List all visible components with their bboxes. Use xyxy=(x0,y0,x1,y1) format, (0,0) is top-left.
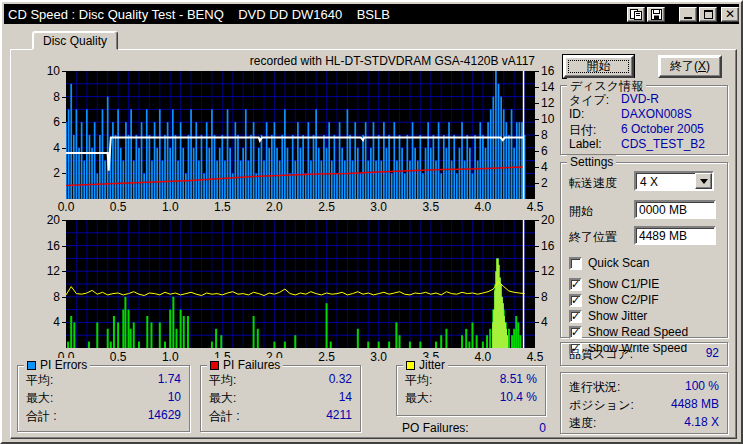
disc-info-label: Label: xyxy=(569,137,621,151)
window-title: CD Speed : Disc Quality Test - BENQ DVD … xyxy=(8,7,390,22)
tab-disc-quality[interactable]: Disc Quality xyxy=(32,31,118,50)
disc-info-row: Label:CDS_TEST_B2 xyxy=(569,137,705,151)
progress-row: 速度:4.18 X xyxy=(569,415,719,432)
checkbox-label: Show Read Speed xyxy=(588,325,688,339)
checkbox-show-read-speed[interactable]: ✓Show Read Speed xyxy=(569,324,721,340)
y-axis-tick xyxy=(62,322,66,323)
stat-value: 0.32 xyxy=(329,372,352,389)
save-button[interactable] xyxy=(647,7,665,22)
end-position-field[interactable]: 4489 MB xyxy=(634,226,716,245)
tab-page: recorded with HL-DT-STDVDRAM GSA-4120B v… xyxy=(10,49,737,439)
stats-group-title-text: Jitter xyxy=(419,358,445,372)
y-axis-left-label: 4 xyxy=(26,315,60,329)
y-axis-tick xyxy=(62,173,66,174)
y-axis-tick xyxy=(535,135,539,136)
x-axis-label: 2.0 xyxy=(259,200,289,214)
y-axis-tick xyxy=(535,220,539,221)
y-axis-tick xyxy=(62,122,66,123)
x-axis-label: 4.5 xyxy=(520,350,550,364)
checkbox-quick-scan[interactable]: Quick Scan xyxy=(569,255,721,271)
stat-row: 合計 :4211 xyxy=(209,408,352,425)
progress-box: 進行状況:100 %ポジション:4488 MB速度:4.18 X xyxy=(560,372,728,434)
x-axis-label: 0.5 xyxy=(103,350,133,364)
maximize-icon xyxy=(704,10,713,19)
y-axis-tick xyxy=(535,183,539,184)
stat-row: 最大:10 xyxy=(26,390,181,407)
y-axis-left-label: 4 xyxy=(26,141,60,155)
settings-group: Settings 転送速度 4 X 開始 0000 MB 終了位置 4489 M… xyxy=(560,162,728,338)
settings-title: Settings xyxy=(567,155,616,169)
speed-combobox[interactable]: 4 X xyxy=(634,171,714,191)
stat-row: 平均:0.32 xyxy=(209,372,352,389)
stat-value: 14 xyxy=(339,390,352,407)
chevron-down-icon xyxy=(700,179,708,188)
close-button[interactable]: ✕ xyxy=(721,7,739,22)
progress-label: ポジション: xyxy=(569,397,634,414)
maximize-button[interactable] xyxy=(699,7,717,22)
stat-label: 合計 : xyxy=(26,408,57,425)
stat-row: 最大:14 xyxy=(209,390,352,407)
disc-info-value: CDS_TEST_B2 xyxy=(621,137,705,151)
checkbox-show-c1-pie[interactable]: ✓Show C1/PIE xyxy=(569,276,721,292)
start-position-field[interactable]: 0000 MB xyxy=(634,200,716,219)
po-failures-value: 0 xyxy=(539,421,546,435)
stats-group-jitter: Jitter平均:8.51 %最大:10.4 % xyxy=(396,365,546,416)
start-button[interactable]: 開始 xyxy=(563,55,634,78)
x-axis-label: 1.0 xyxy=(155,200,185,214)
quality-score-value: 92 xyxy=(706,346,719,363)
exit-button[interactable]: 終了(X) xyxy=(658,55,722,78)
checkbox-label: Quick Scan xyxy=(588,256,649,270)
y-axis-tick xyxy=(62,220,66,221)
progress-value: 4.18 X xyxy=(684,415,719,432)
y-axis-left-label: 8 xyxy=(26,290,60,304)
x-axis-label: 0.0 xyxy=(51,200,81,214)
y-axis-tick xyxy=(62,297,66,298)
disc-info-group: ディスク情報 タイプ:DVD-RID:DAXON008S日付:6 October… xyxy=(560,85,728,155)
progress-value: 4488 MB xyxy=(671,397,719,414)
stats-group-title: Jitter xyxy=(403,358,448,372)
stat-value: 14629 xyxy=(148,408,181,425)
stats-group-title-text: PI Errors xyxy=(40,358,87,372)
pi-failures-legend-marker xyxy=(210,361,219,370)
progress-label: 速度: xyxy=(569,415,596,432)
disc-info-label: ID: xyxy=(569,107,621,121)
y-axis-tick xyxy=(535,322,539,323)
y-axis-tick xyxy=(62,71,66,72)
x-axis-label: 2.5 xyxy=(312,200,342,214)
progress-value: 100 % xyxy=(685,379,719,396)
stat-value: 4211 xyxy=(326,408,352,425)
stat-label: 平均: xyxy=(405,372,432,389)
y-axis-tick xyxy=(62,148,66,149)
checkbox-show-c2-pif[interactable]: ✓Show C2/PIF xyxy=(569,292,721,308)
report-button[interactable] xyxy=(627,7,645,22)
y-axis-tick xyxy=(535,271,539,272)
stat-label: 最大: xyxy=(209,390,236,407)
stat-label: 最大: xyxy=(26,390,53,407)
stats-group-title: PI Errors xyxy=(24,358,90,372)
y-axis-left-label: 20 xyxy=(26,213,60,227)
combobox-arrow-button[interactable] xyxy=(695,173,712,189)
progress-row: 進行状況:100 % xyxy=(569,379,719,396)
stats-group-pi-errors: PI Errors平均:1.74最大:10合計 :14629 xyxy=(17,365,190,432)
checkbox-show-jitter[interactable]: ✓Show Jitter xyxy=(569,308,721,324)
title-bar: CD Speed : Disc Quality Test - BENQ DVD … xyxy=(4,4,739,24)
x-axis-label: 1.0 xyxy=(155,350,185,364)
progress-label: 進行状況: xyxy=(569,379,620,396)
y-axis-tick xyxy=(62,246,66,247)
chart-2-plot xyxy=(66,220,535,348)
pi-errors-legend-marker xyxy=(27,361,36,370)
stat-row: 合計 :14629 xyxy=(26,408,181,425)
minimize-icon xyxy=(684,17,692,19)
minimize-button[interactable] xyxy=(679,7,697,22)
y-axis-tick xyxy=(62,97,66,98)
tab-label: Disc Quality xyxy=(43,34,107,48)
disc-info-row: ID:DAXON008S xyxy=(569,107,692,121)
stat-label: 合計 : xyxy=(209,408,240,425)
x-axis-label: 4.0 xyxy=(468,350,498,364)
save-icon xyxy=(651,9,662,20)
stat-row: 平均:1.74 xyxy=(26,372,181,389)
x-axis-label: 4.0 xyxy=(468,200,498,214)
x-axis-label: 1.5 xyxy=(207,200,237,214)
x-axis-label: 3.5 xyxy=(416,200,446,214)
stat-label: 平均: xyxy=(26,372,53,389)
